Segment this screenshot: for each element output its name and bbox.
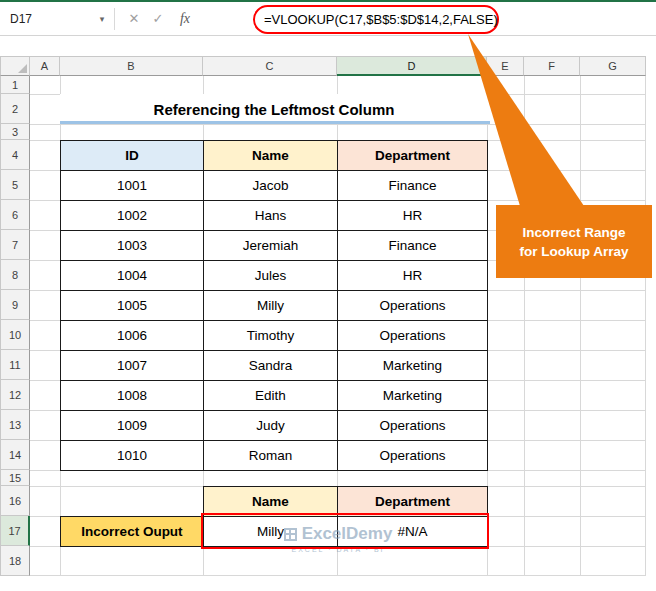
row-header-14[interactable]: 14 (0, 440, 30, 470)
table-cell[interactable]: 1008 (61, 381, 204, 411)
row-header-12[interactable]: 12 (0, 380, 30, 410)
output-table: Name Department Milly #N/A (203, 486, 488, 547)
output-header-department[interactable]: Department (338, 487, 488, 517)
select-all-corner[interactable] (0, 56, 30, 76)
col-header-c[interactable]: C (203, 56, 337, 76)
table-cell[interactable]: Roman (204, 441, 338, 471)
table-cell[interactable]: Timothy (204, 321, 338, 351)
row-header-10[interactable]: 10 (0, 320, 30, 350)
table-cell[interactable]: 1005 (61, 291, 204, 321)
col-header-e[interactable]: E (487, 56, 524, 76)
table-cell[interactable]: Jacob (204, 171, 338, 201)
table-cell[interactable]: HR (338, 201, 488, 231)
table-cell[interactable]: HR (338, 261, 488, 291)
row-header-7[interactable]: 7 (0, 230, 30, 260)
col-header-g[interactable]: G (580, 56, 646, 76)
table-cell[interactable]: 1006 (61, 321, 204, 351)
col-header-b[interactable]: B (60, 56, 203, 76)
table-cell[interactable]: Finance (338, 231, 488, 261)
output-header-name[interactable]: Name (204, 487, 338, 517)
enter-icon[interactable]: ✓ (148, 2, 168, 35)
column-headers: A B C D E F G (0, 56, 646, 76)
output-cell-department[interactable]: #N/A (338, 517, 488, 547)
col-header-a[interactable]: A (30, 56, 60, 76)
callout-box: Incorrect Range for Lookup Array (496, 205, 652, 278)
table-cell[interactable]: Jeremiah (204, 231, 338, 261)
row-header-9[interactable]: 9 (0, 290, 30, 320)
title-underline (60, 121, 490, 124)
formula-input[interactable]: =VLOOKUP(C17,$B$5:$D$14,2,FALSE) (264, 12, 498, 27)
row-header-16[interactable]: 16 (0, 486, 30, 516)
col-header-d[interactable]: D (337, 56, 487, 76)
insert-function-icon[interactable]: fx (172, 2, 198, 35)
table-header-id[interactable]: ID (61, 141, 204, 171)
table-cell[interactable]: 1009 (61, 411, 204, 441)
table-cell[interactable]: Judy (204, 411, 338, 441)
table-cell[interactable]: Edith (204, 381, 338, 411)
name-box-chevron-icon[interactable]: ▾ (92, 2, 112, 35)
row-header-13[interactable]: 13 (0, 410, 30, 440)
table-header-department[interactable]: Department (338, 141, 488, 171)
table-header-name[interactable]: Name (204, 141, 338, 171)
table-cell[interactable]: Hans (204, 201, 338, 231)
table-cell[interactable]: 1003 (61, 231, 204, 261)
formula-bar-divider (114, 8, 115, 30)
table-cell[interactable]: Operations (338, 411, 488, 441)
output-label-cell[interactable]: Incorrect Ouput (60, 516, 204, 547)
output-cell-name[interactable]: Milly (204, 517, 338, 547)
formula-bar: D17 ▾ ✕ ✓ fx =VLOOKUP(C17,$B$5:$D$14,2,F… (0, 2, 656, 36)
table-cell[interactable]: 1007 (61, 351, 204, 381)
name-box[interactable]: D17 (0, 2, 92, 35)
col-header-f[interactable]: F (524, 56, 580, 76)
table-cell[interactable]: 1010 (61, 441, 204, 471)
row-header-11[interactable]: 11 (0, 350, 30, 380)
row-headers: 1 2 3 4 5 6 7 8 9 10 11 12 13 14 15 16 1… (0, 76, 30, 576)
excel-window: D17 ▾ ✕ ✓ fx =VLOOKUP(C17,$B$5:$D$14,2,F… (0, 0, 656, 591)
row-header-17[interactable]: 17 (0, 516, 30, 546)
formula-annotation-outline: =VLOOKUP(C17,$B$5:$D$14,2,FALSE) (253, 5, 499, 34)
table-cell[interactable]: Marketing (338, 381, 488, 411)
callout-text-line2: for Lookup Array (519, 242, 628, 261)
cancel-icon[interactable]: ✕ (124, 2, 144, 35)
table-cell[interactable]: Jules (204, 261, 338, 291)
table-cell[interactable]: Milly (204, 291, 338, 321)
lookup-table: ID Name Department 1001 Jacob Finance 10… (60, 140, 488, 471)
row-header-15[interactable]: 15 (0, 470, 30, 486)
table-cell[interactable]: Operations (338, 441, 488, 471)
table-cell[interactable]: Marketing (338, 351, 488, 381)
table-cell[interactable]: Sandra (204, 351, 338, 381)
table-cell[interactable]: Operations (338, 291, 488, 321)
callout-text-line1: Incorrect Range (523, 223, 626, 242)
table-cell[interactable]: 1001 (61, 171, 204, 201)
row-header-18[interactable]: 18 (0, 546, 30, 576)
row-header-6[interactable]: 6 (0, 200, 30, 230)
table-cell[interactable]: 1004 (61, 261, 204, 291)
row-header-3[interactable]: 3 (0, 124, 30, 140)
table-cell[interactable]: Operations (338, 321, 488, 351)
table-cell[interactable]: Finance (338, 171, 488, 201)
row-header-8[interactable]: 8 (0, 260, 30, 290)
row-header-2[interactable]: 2 (0, 94, 30, 124)
row-header-4[interactable]: 4 (0, 140, 30, 170)
row-header-5[interactable]: 5 (0, 170, 30, 200)
table-cell[interactable]: 1002 (61, 201, 204, 231)
title-cell[interactable]: Referencing the Leftmost Column (60, 94, 488, 124)
row-header-1[interactable]: 1 (0, 76, 30, 94)
